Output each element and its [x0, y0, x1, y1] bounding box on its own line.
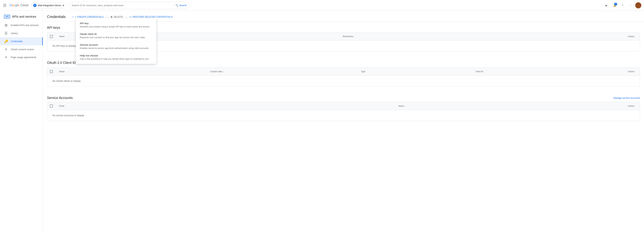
service-accounts-section: Email Name ↑ Actions No service accounts…: [43, 102, 644, 121]
more-options-button[interactable]: ⋮: [627, 2, 634, 9]
main-content: Credentials + + CREATE CREDENTIALS 🗑 DEL…: [43, 11, 644, 230]
sa-select-all-checkbox[interactable]: [50, 104, 53, 107]
oauth-type-header: Type: [358, 70, 473, 73]
sidebar-item-library[interactable]: ☰ Library: [0, 29, 43, 37]
sidebar-title: APIs and services: [12, 15, 36, 19]
page-title: Credentials: [47, 15, 66, 19]
create-credentials-dropdown: API key Identifies your project using a …: [76, 18, 156, 64]
restore-icon: ↩: [130, 16, 132, 18]
search-bar[interactable]: 🔍 Search: [69, 2, 190, 9]
grid-icon: ⊞: [4, 23, 8, 27]
dropdown-item-desc: Identifies your project using a simple A…: [80, 25, 152, 28]
oauth-table-header: Name Creation date ↓ Type Client ID Acti…: [47, 68, 640, 76]
service-accounts-header: Service Accounts Manage service accounts: [43, 92, 644, 102]
service-accounts-table: Email Name ↑ Actions No service accounts…: [47, 102, 640, 121]
dropdown-item-title: API key: [80, 22, 152, 25]
help-icon: ?: [622, 4, 623, 7]
sa-email-header: Email: [56, 105, 396, 107]
sidebar-item-credentials[interactable]: 🔑 Credentials: [0, 37, 43, 45]
sort-descending-icon: ↓: [223, 70, 224, 73]
sa-name-header[interactable]: Name ↑: [396, 105, 624, 107]
project-dot-icon: M: [33, 4, 36, 7]
app-body: API APIs and services ⊞ Enabled APIs and…: [0, 11, 644, 230]
more-icon: ⋮: [630, 4, 632, 7]
project-name: Mail-Integration-Demo: [38, 4, 61, 7]
sidebar-item-oauth-consent[interactable]: ≡ OAuth consent screen: [0, 45, 43, 53]
consent-icon: ≡: [4, 47, 8, 51]
nav-icons: ▶ 🔔 2 ? ⋮: [603, 2, 641, 9]
dropdown-item-desc: Asks a few questions to help you decide …: [80, 58, 152, 60]
sa-empty-message: No service accounts to display: [47, 110, 640, 121]
oauth-table: Name Creation date ↓ Type Client ID Acti…: [47, 67, 640, 86]
sidebar-item-label: Page usage agreements: [11, 56, 36, 59]
usage-icon: ≡: [4, 55, 8, 59]
chevron-down-icon: ▾: [62, 4, 64, 7]
cloud-shell-button[interactable]: ▶: [603, 2, 610, 9]
notification-count: 2: [614, 3, 617, 6]
delete-icon: 🗑: [110, 16, 113, 18]
key-icon: 🔑: [4, 39, 8, 43]
sa-table-header: Email Name ↑ Actions: [47, 102, 640, 110]
plus-icon: +: [72, 16, 74, 18]
oauth-actions-header: Actions: [624, 70, 637, 73]
sa-select-all-cell: [50, 104, 56, 107]
help-button[interactable]: ?: [619, 2, 626, 9]
sidebar-item-label: OAuth consent screen: [11, 48, 34, 51]
oauth-select-all-checkbox[interactable]: [50, 70, 53, 73]
dropdown-item-title: Help me choose: [80, 54, 152, 57]
search-icon: 🔍: [176, 4, 178, 7]
sidebar-item-label: Library: [11, 32, 18, 35]
sort-ascending-icon: ↑: [404, 105, 406, 107]
sidebar-item-page-usage[interactable]: ≡ Page usage agreements: [0, 53, 43, 61]
dropdown-item-service-account[interactable]: Service account Enables server-to-server…: [76, 41, 156, 52]
terminal-icon: ▶: [606, 4, 608, 7]
hamburger-menu-icon[interactable]: [3, 3, 7, 8]
project-selector[interactable]: M Mail-Integration-Demo ▾: [31, 2, 66, 9]
service-accounts-title: Service Accounts: [47, 96, 72, 100]
actions-column-header: Actions: [624, 35, 637, 38]
dropdown-item-desc: Enables server-to-server, app-level auth…: [80, 47, 152, 49]
oauth-name-header: Name: [56, 70, 208, 73]
oauth-empty-message: No OAuth clients to display: [47, 76, 640, 86]
sa-actions-header: Actions: [624, 105, 637, 107]
select-all-checkbox-cell: [50, 35, 56, 38]
dropdown-item-title: OAuth client ID: [80, 33, 152, 35]
user-avatar[interactable]: [635, 2, 641, 9]
dropdown-item-desc: Requests user consent so that your app c…: [80, 36, 152, 39]
manage-service-accounts-link[interactable]: Manage service accounts: [613, 97, 640, 99]
search-input[interactable]: [72, 4, 172, 7]
dropdown-item-title: Service account: [80, 43, 152, 46]
dropdown-item-oauth-client-id[interactable]: OAuth client ID Requests user consent so…: [76, 30, 156, 41]
oauth-select-all-cell: [50, 70, 56, 73]
notifications-button[interactable]: 🔔 2: [611, 2, 618, 9]
sidebar-item-enabled-apis[interactable]: ⊞ Enabled APIs and services: [0, 21, 43, 29]
api-badge: API: [4, 15, 10, 19]
oauth-client-id-header: Client ID: [473, 70, 624, 73]
sidebar-item-label: Credentials: [11, 40, 23, 43]
select-all-checkbox[interactable]: [50, 35, 53, 38]
sidebar-header: API APIs and services: [0, 12, 43, 21]
sidebar-item-label: Enabled APIs and services: [11, 24, 39, 27]
oauth-creation-header[interactable]: Creation date ↓: [208, 70, 358, 73]
library-icon: ☰: [4, 31, 8, 35]
restrictions-column-header: Restrictions: [340, 35, 624, 38]
avatar-image: [635, 2, 641, 9]
dropdown-item-help-choose[interactable]: Help me choose Asks a few questions to h…: [76, 52, 156, 62]
google-cloud-logo: Google Cloud: [10, 4, 28, 7]
search-button[interactable]: 🔍 Search: [173, 4, 187, 7]
top-navigation: Google Cloud M Mail-Integration-Demo ▾ 🔍…: [0, 0, 644, 11]
dropdown-item-api-key[interactable]: API key Identifies your project using a …: [76, 20, 156, 30]
sidebar: API APIs and services ⊞ Enabled APIs and…: [0, 11, 43, 230]
